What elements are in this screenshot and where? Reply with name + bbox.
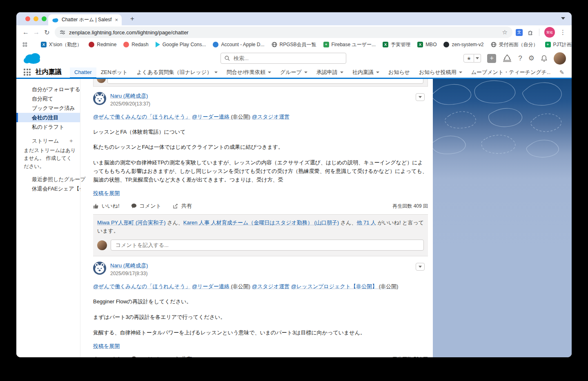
edit-nav-pencil-icon[interactable]: ✎ [559,69,564,76]
tab-search-chevron-icon[interactable] [561,17,565,20]
browser-menu-icon[interactable]: ⋮ [560,29,566,36]
header-actions: ★ ＋ ? ⚙ [463,50,566,67]
tab-ringi[interactable]: 社内稟議 [348,67,384,78]
liker-link[interactable]: Miwa PY人形町 (河合実和子) [97,220,166,226]
bookmark-google-play[interactable]: Google Play Cons... [156,42,206,47]
notifications-bell-icon[interactable] [541,55,548,62]
comment-button[interactable]: コメント [131,202,161,210]
reload-button[interactable]: ↻ [42,29,52,36]
post-author-link[interactable]: Naru (尾崎成彦) [110,93,148,99]
chevron-down-icon[interactable] [376,72,379,73]
tab-groups[interactable]: グループ [276,67,312,78]
setup-gear-icon[interactable]: ⚙ [528,54,535,63]
post-paragraph: まずはパート3の再設計を各エリアで行ってください。 [93,313,428,322]
minimize-window-button[interactable] [33,16,38,21]
tab-news-post[interactable]: お知らせ投稿用 [414,67,467,78]
sidebar-item-to-me[interactable]: 自分宛て [16,94,80,103]
like-button[interactable]: いいね! [93,355,120,357]
bookmark-xsion[interactable]: XX'sion（勤怠） [41,41,82,48]
bookmark-github[interactable]: zen-system-v2 [443,42,483,47]
sidebar-item-company-highlights[interactable]: 会社の注目 [16,113,80,122]
tab-movement[interactable]: ムーブメント・ティーチングチ... [467,67,550,78]
tab-chatter[interactable]: Chatter [70,67,96,78]
liker-link[interactable]: Karen 人事 人材育成チーム（金曜日はスタジオ勤務） (山口朋子) [183,220,339,226]
tab-title: Chatter ホーム | Salesforce [62,16,112,23]
bookmark-yojitsu[interactable]: X予実管理 [383,41,410,48]
tab-zenbot[interactable]: ZENボット [96,67,132,78]
chevron-down-icon[interactable] [268,72,271,73]
bookmark-firebase[interactable]: +Firebase ユーザー... [323,41,376,48]
user-avatar[interactable] [554,52,566,65]
mention-link[interactable]: @スタジオ運営 [252,114,290,120]
translate-icon[interactable]: 文 [516,29,523,36]
like-button[interactable]: いいね! [93,202,120,210]
bookmark-apple[interactable]: Account - Apple D... [213,42,264,47]
post-action-bar: いいね! コメント 共有 再生回数 409 回 [93,202,428,210]
tab-inquiry[interactable]: 問合せ/作業依頼 [222,67,276,78]
tab-close-icon[interactable]: × [115,17,118,23]
back-button[interactable]: ← [20,29,31,36]
chevron-down-icon[interactable] [340,72,343,73]
mention-link[interactable]: @リーダー連絡 [192,114,229,120]
bookmark-mbo[interactable]: XMBO [417,42,437,47]
sidebar-item-my-drafts[interactable]: 私のドラフト [16,122,80,132]
global-search-box[interactable] [220,53,346,64]
browser-tab[interactable]: Chatter ホーム | Salesforce × [48,14,122,25]
expand-post-link[interactable]: 投稿を展開 [93,343,120,350]
tab-news[interactable]: お知らせ [384,67,414,78]
tab-faq[interactable]: よくある質問集（旧ナレッジ） [132,67,222,78]
like-label: いいね! [102,202,120,210]
new-tab-button[interactable]: + [127,15,137,23]
help-icon[interactable]: ? [518,54,522,63]
forward-button[interactable]: → [31,29,42,36]
share-button[interactable]: 共有 [173,355,192,357]
global-add-button[interactable]: ＋ [487,54,496,63]
post-actions-dropdown[interactable] [416,93,425,101]
bookmark-uketsuke[interactable]: 受付画面（自分） [491,41,538,48]
bookmark-pjt[interactable]: +PJT計画書_2025上... [545,41,572,48]
favorite-star-icon[interactable]: ★ [463,54,474,63]
extensions-icon[interactable] [528,29,534,36]
chevron-down-icon[interactable] [304,72,307,73]
mention-link[interactable]: @ぜんで働くみんなの「ほうれんそう」 [93,114,190,120]
mention-link[interactable]: @スタジオ運営 [252,283,290,289]
zoom-window-button[interactable] [42,16,47,21]
favorites-dropdown[interactable] [474,54,481,63]
sidebar-item-bookmarked[interactable]: ブックマーク済み [16,103,80,113]
comment-button[interactable]: コメント [131,355,161,357]
expand-post-link[interactable]: 投稿を展開 [93,190,120,197]
mention-link[interactable]: @リーダー連絡 [192,283,229,289]
share-label: 共有 [181,355,192,357]
sidebar-item-following[interactable]: 自分がフォローするもの [16,85,80,94]
mention-link[interactable]: @レッスンプロジェクト【非公開】 [291,283,377,289]
bookmark-rpgsb[interactable]: RPGSB会員一覧 [272,41,316,48]
bookmark-redash[interactable]: Redash [123,42,148,47]
post-author-link[interactable]: Naru (尾崎成彦) [110,262,148,269]
bear-avatar[interactable] [93,92,106,105]
app-launcher-icon[interactable] [24,69,31,76]
browser-profile-avatar[interactable]: 実祐 [544,27,555,38]
bookmark-redmine[interactable]: Redmine [89,42,116,47]
bear-avatar[interactable] [93,262,106,275]
comment-input[interactable] [107,79,423,84]
more-likers-link[interactable]: 他 71 人 [356,220,376,226]
mention-link[interactable]: @ぜんで働くみんなの「ほうれんそう」 [93,283,190,289]
close-window-button[interactable] [25,16,30,21]
chevron-down-icon[interactable] [459,72,462,73]
sidebar-group-item[interactable]: 休退会FAEシェア【公開】 [16,184,80,193]
trailhead-icon[interactable] [502,54,512,62]
post-actions-dropdown[interactable] [416,263,425,271]
apps-grid-icon[interactable] [23,43,27,47]
favorites-button[interactable]: ★ [463,54,481,63]
share-label: 共有 [181,202,192,210]
tab-approval[interactable]: 承認申請 [312,67,348,78]
add-stream-button[interactable]: ＋ [68,136,74,146]
post-body: Begginer Flowの再設計をしてください。 まずはパート3の再設計を各エ… [93,298,428,337]
chevron-down-icon[interactable] [214,72,218,73]
bookmark-star-icon[interactable]: ☆ [502,29,508,36]
share-button[interactable]: 共有 [173,202,192,210]
url-bar[interactable]: zenplace.lightning.force.com/lightning/p… [55,27,512,38]
excel-icon: X [383,42,388,47]
search-input[interactable] [233,55,342,62]
comment-input[interactable] [111,240,424,251]
